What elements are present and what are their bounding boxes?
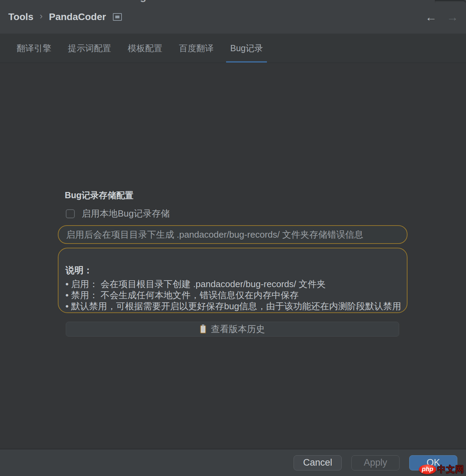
history-nav: ← → xyxy=(425,0,458,34)
back-arrow-icon[interactable]: ← xyxy=(425,11,437,23)
explanation-title: 说明： xyxy=(65,264,400,276)
storage-hint-text: 启用后会在项目目录下生成 .pandacoder/bug-records/ 文件… xyxy=(66,229,363,241)
cancel-button[interactable]: Cancel xyxy=(294,455,342,470)
tab-translation-engine[interactable]: 翻译引擎 xyxy=(12,34,55,63)
window-titlebar: Settings xyxy=(0,0,466,3)
clipboard-icon xyxy=(200,325,206,333)
tab-bug-records[interactable]: Bug记录 xyxy=(226,34,267,63)
enable-local-storage-row[interactable]: 启用本地Bug记录存储 xyxy=(66,208,170,220)
breadcrumb: Tools › PandaCoder xyxy=(8,0,122,34)
breadcrumb-pandacoder: PandaCoder xyxy=(49,11,106,22)
explanation-bullet-enable: • 启用： 会在项目根目录下创建 .pandacoder/bug-records… xyxy=(65,278,400,290)
explanation-bullet-default: • 默认禁用，可根据需要开启以更好保存bug信息，由于该功能还在内测阶段默认禁用 xyxy=(65,301,400,312)
view-version-history-label: 查看版本历史 xyxy=(211,323,265,335)
tab-baidu-translate[interactable]: 百度翻译 xyxy=(175,34,218,63)
view-version-history-button[interactable]: 查看版本历史 xyxy=(66,322,399,337)
settings-dialog: Settings Tools › PandaCoder ← → 翻译引擎 提示词… xyxy=(0,0,466,476)
dialog-footer: Cancel Apply OK xyxy=(0,449,466,476)
breadcrumb-separator-icon: › xyxy=(40,11,43,23)
enable-local-storage-label: 启用本地Bug记录存储 xyxy=(82,208,170,220)
settings-header: Tools › PandaCoder ← → xyxy=(0,0,466,34)
php-cn-watermark: php 中文网 xyxy=(419,464,464,475)
window-title: Settings xyxy=(110,0,152,2)
tab-prompt-config[interactable]: 提示词配置 xyxy=(64,34,115,63)
enable-local-storage-checkbox[interactable] xyxy=(66,209,75,218)
storage-hint-box: 启用后会在项目目录下生成 .pandacoder/bug-records/ 文件… xyxy=(58,225,407,244)
window-pin-icon-inner xyxy=(115,16,119,18)
apply-button[interactable]: Apply xyxy=(351,455,400,470)
bug-records-panel: Bug记录存储配置 启用本地Bug记录存储 启用后会在项目目录下生成 .pand… xyxy=(0,63,466,449)
section-title: Bug记录存储配置 xyxy=(65,190,134,201)
php-logo-icon: php xyxy=(419,465,436,474)
php-cn-watermark-text: 中文网 xyxy=(437,464,464,475)
plugin-tabbar: 翻译引擎 提示词配置 模板配置 百度翻译 Bug记录 xyxy=(0,34,466,63)
breadcrumb-tools[interactable]: Tools xyxy=(8,11,34,22)
explanation-bullet-disable: • 禁用： 不会生成任何本地文件，错误信息仅在内存中保存 xyxy=(65,290,400,301)
window-pin-icon[interactable] xyxy=(113,13,122,21)
tab-template-config[interactable]: 模板配置 xyxy=(124,34,167,63)
forward-arrow-icon: → xyxy=(447,11,458,23)
explanation-box: 说明： • 启用： 会在项目根目录下创建 .pandacoder/bug-rec… xyxy=(58,248,407,313)
